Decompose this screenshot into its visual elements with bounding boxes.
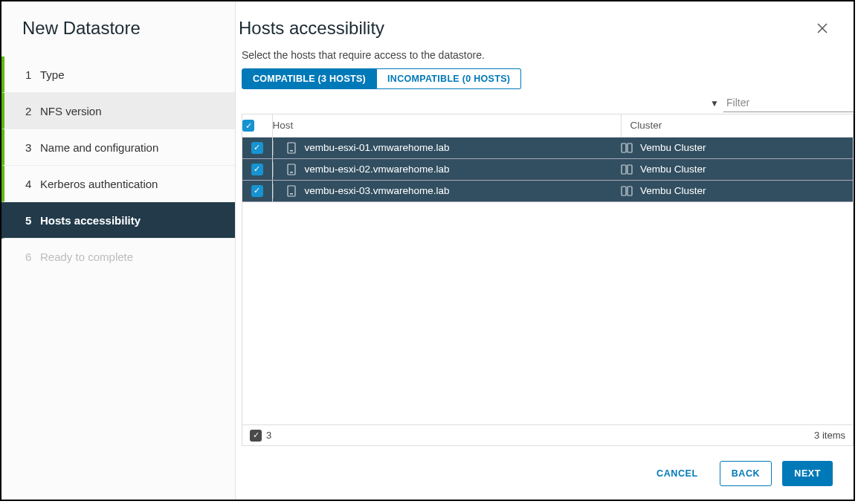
selected-indicator-icon: ✓ — [250, 430, 262, 442]
page-subtitle: Select the hosts that require access to … — [239, 39, 854, 68]
step-label: NFS version — [40, 105, 102, 117]
select-all-header[interactable]: ✓ — [242, 114, 272, 137]
svg-rect-9 — [290, 193, 293, 195]
host-name: vembu-esxi-03.vmwarehome.lab — [305, 185, 450, 196]
table-header-row: ✓ Host Cluster — [242, 114, 853, 137]
svg-rect-6 — [622, 165, 626, 174]
host-icon — [286, 142, 297, 154]
wizard-main: Hosts accessibility Select the hosts tha… — [236, 1, 854, 500]
svg-rect-10 — [622, 187, 626, 196]
filter-input[interactable] — [723, 94, 854, 112]
svg-rect-7 — [628, 165, 632, 174]
step-label: Type — [40, 68, 65, 81]
step-label: Kerberos authentication — [40, 178, 158, 190]
page-title: Hosts accessibility — [236, 18, 384, 39]
table-row[interactable]: ✓ vembu-esxi-02.vmwarehome.lab Vembu Clu… — [242, 158, 853, 180]
tab-incompatible[interactable]: INCOMPATIBLE (0 HOSTS) — [377, 68, 521, 89]
step-label: Hosts accessibility — [40, 214, 141, 227]
svg-rect-2 — [622, 143, 626, 152]
svg-rect-4 — [288, 164, 295, 175]
new-datastore-dialog: New Datastore 1 Type 2 NFS version 3 Nam… — [0, 0, 855, 501]
step-label: Name and configuration — [40, 141, 158, 154]
wizard-steps: 1 Type 2 NFS version 3 Name and configur… — [1, 56, 235, 275]
cluster-icon — [621, 185, 633, 197]
cluster-icon — [621, 142, 633, 154]
row-checkbox[interactable]: ✓ — [251, 142, 263, 154]
cancel-button[interactable]: CANCEL — [645, 462, 709, 485]
row-checkbox[interactable]: ✓ — [251, 185, 263, 197]
svg-rect-1 — [290, 150, 293, 152]
cluster-icon — [621, 164, 633, 175]
host-name: vembu-esxi-01.vmwarehome.lab — [305, 142, 450, 153]
table-empty-area — [242, 202, 853, 425]
step-label: Ready to complete — [40, 251, 133, 263]
svg-rect-11 — [628, 187, 632, 196]
cluster-name: Vembu Cluster — [640, 142, 706, 153]
checkbox-icon: ✓ — [242, 120, 254, 132]
close-button[interactable] — [812, 18, 833, 39]
step-ready-complete: 6 Ready to complete — [1, 239, 235, 275]
host-icon — [286, 164, 297, 175]
wizard-footer: CANCEL BACK NEXT — [236, 446, 854, 500]
step-name-config[interactable]: 3 Name and configuration — [1, 129, 235, 166]
column-cluster[interactable]: Cluster — [621, 114, 853, 137]
wizard-title: New Datastore — [1, 18, 235, 56]
wizard-sidebar: New Datastore 1 Type 2 NFS version 3 Nam… — [1, 1, 236, 500]
close-icon — [816, 22, 829, 35]
step-kerberos[interactable]: 4 Kerberos authentication — [1, 166, 235, 202]
row-checkbox[interactable]: ✓ — [251, 164, 263, 175]
step-nfs-version[interactable]: 2 NFS version — [1, 93, 235, 129]
svg-rect-0 — [288, 143, 295, 153]
column-host[interactable]: Host — [272, 114, 621, 137]
compatibility-tabs: COMPATIBLE (3 HOSTS) INCOMPATIBLE (0 HOS… — [239, 68, 854, 89]
host-icon — [286, 185, 297, 197]
next-button[interactable]: NEXT — [782, 461, 833, 486]
back-button[interactable]: BACK — [720, 461, 772, 486]
svg-rect-8 — [288, 186, 295, 196]
filter-icon[interactable]: ▼ — [710, 98, 719, 109]
cluster-name: Vembu Cluster — [640, 164, 706, 175]
selected-count: 3 — [266, 430, 271, 441]
step-type[interactable]: 1 Type — [1, 56, 235, 93]
svg-rect-3 — [628, 143, 632, 152]
tab-compatible[interactable]: COMPATIBLE (3 HOSTS) — [242, 68, 377, 89]
filter-bar: ▼ — [239, 89, 854, 114]
svg-rect-5 — [290, 172, 293, 173]
cluster-name: Vembu Cluster — [640, 185, 706, 196]
table-row[interactable]: ✓ vembu-esxi-03.vmwarehome.lab Vembu Clu… — [242, 180, 853, 201]
total-items: 3 items — [814, 430, 845, 441]
table-row[interactable]: ✓ vembu-esxi-01.vmwarehome.lab Vembu Clu… — [242, 137, 853, 158]
table-footer: ✓ 3 3 items — [242, 424, 853, 445]
step-hosts-accessibility[interactable]: 5 Hosts accessibility — [1, 202, 235, 239]
host-name: vembu-esxi-02.vmwarehome.lab — [305, 164, 450, 175]
hosts-table: ✓ Host Cluster ✓ vembu-esxi-01.vmwarehom… — [242, 114, 854, 446]
